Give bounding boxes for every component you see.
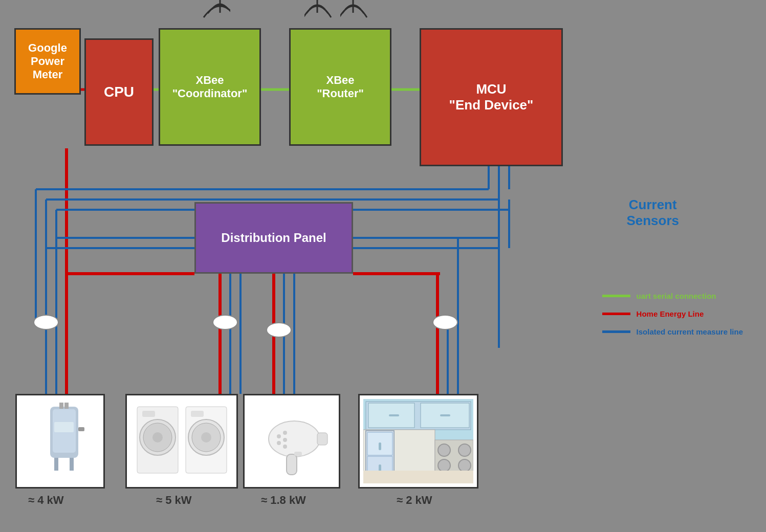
serial-connection-label: uart serial connection — [637, 292, 716, 300]
distribution-panel-label: Distribution Panel — [221, 231, 326, 245]
antenna-router-left-icon — [304, 0, 340, 31]
antenna-router-right-icon — [340, 0, 376, 31]
legend: uart serial connection Home Energy Line … — [602, 292, 743, 345]
current-sensors-text: CurrentSensors — [626, 197, 679, 228]
legend-serial: uart serial connection — [602, 292, 743, 300]
isolated-current-label: Isolated current measure line — [637, 327, 743, 336]
sensor-circle-washer — [212, 315, 238, 330]
cpu-box: CPU — [84, 38, 154, 146]
mcu-box: MCU"End Device" — [420, 28, 563, 166]
svg-rect-85 — [379, 442, 381, 450]
svg-rect-47 — [59, 403, 63, 409]
svg-point-61 — [269, 421, 320, 457]
google-power-meter: Google Power Meter — [14, 28, 81, 95]
svg-rect-48 — [64, 403, 69, 409]
xbee-coordinator-box: XBee"Coordinator" — [159, 28, 261, 146]
svg-rect-87 — [363, 471, 473, 483]
legend-energy: Home Energy Line — [602, 309, 743, 318]
water-heater-power: ≈ 4 kW — [28, 494, 64, 506]
svg-point-65 — [277, 441, 281, 445]
svg-point-67 — [283, 438, 287, 442]
google-meter-label: Google Power Meter — [16, 41, 79, 81]
washer-dryer-power: ≈ 5 kW — [156, 494, 192, 506]
kitchen-box — [358, 394, 478, 489]
mcu-label: MCU"End Device" — [449, 81, 534, 113]
svg-rect-60 — [191, 411, 204, 417]
svg-rect-46 — [70, 458, 74, 471]
kitchen-power: ≈ 2 kW — [397, 494, 432, 506]
xbee-router-label: XBee"Router" — [317, 74, 364, 100]
isolated-line-icon — [602, 330, 630, 333]
svg-rect-45 — [54, 458, 58, 471]
hair-dryer-icon — [253, 403, 330, 480]
xbee-coordinator-label: XBee"Coordinator" — [172, 74, 248, 100]
home-energy-label: Home Energy Line — [637, 309, 704, 318]
xbee-router-box: XBee"Router" — [289, 28, 391, 146]
svg-rect-75 — [440, 414, 450, 416]
kitchen-label: ≈ 2 kW — [397, 494, 432, 507]
svg-point-80 — [438, 459, 450, 472]
xbee-coordinator-container: XBee"Coordinator" — [159, 28, 261, 146]
washer-dryer-label: ≈ 5 kW — [156, 494, 192, 507]
svg-point-81 — [458, 459, 471, 472]
serial-line-icon — [602, 295, 630, 297]
svg-rect-49 — [54, 422, 74, 432]
sensor-circle-kitchen — [432, 315, 458, 330]
cpu-label: CPU — [104, 84, 134, 100]
legend-isolated: Isolated current measure line — [602, 327, 743, 336]
distribution-panel: Distribution Panel — [194, 202, 353, 274]
svg-point-59 — [201, 432, 211, 442]
svg-rect-62 — [317, 433, 327, 445]
svg-point-68 — [283, 445, 287, 449]
svg-rect-69 — [294, 452, 302, 456]
svg-point-78 — [438, 444, 450, 456]
sensor-circle-water-heater — [33, 315, 59, 330]
current-sensors-label: CurrentSensors — [626, 197, 679, 229]
energy-line-icon — [602, 313, 630, 315]
svg-rect-63 — [287, 454, 297, 475]
water-heater-label: ≈ 4 kW — [28, 494, 64, 507]
svg-point-64 — [277, 434, 281, 438]
water-heater-icon — [35, 402, 86, 481]
kitchen-icon — [363, 399, 473, 483]
hair-dryer-label: ≈ 1.8 kW — [261, 494, 306, 507]
hair-dryer-power: ≈ 1.8 kW — [261, 494, 306, 506]
antenna-coordinator-icon — [189, 0, 230, 31]
sensor-circle-hairdryer — [266, 322, 292, 338]
svg-rect-50 — [78, 427, 84, 431]
svg-point-54 — [152, 432, 163, 442]
water-heater-box — [15, 394, 105, 489]
washer-dryer-box — [125, 394, 238, 489]
svg-rect-74 — [389, 414, 399, 416]
xbee-router-container: XBee"Router" — [289, 28, 391, 146]
svg-rect-55 — [142, 411, 155, 417]
svg-point-66 — [283, 431, 287, 435]
washer-dryer-icon — [135, 402, 229, 481]
hair-dryer-box — [243, 394, 340, 489]
svg-point-79 — [458, 444, 471, 456]
